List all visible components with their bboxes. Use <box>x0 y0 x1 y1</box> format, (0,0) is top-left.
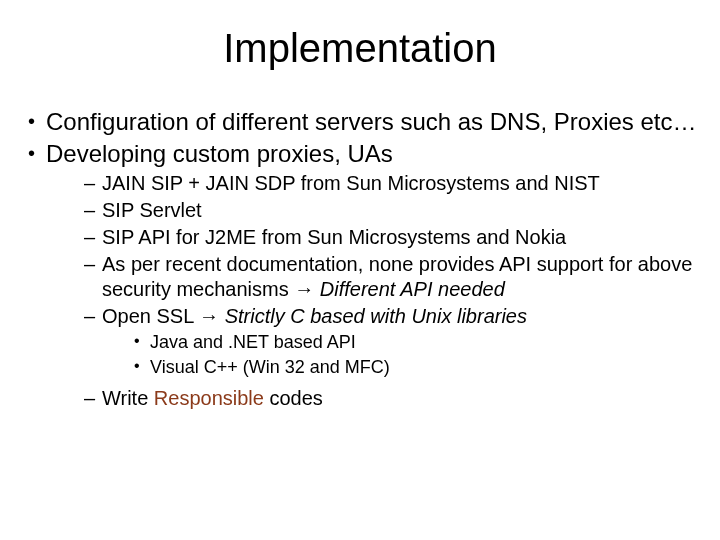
l2-item: SIP Servlet <box>84 198 700 223</box>
l2-item: Write Responsible codes <box>84 386 700 411</box>
arrow-icon: → <box>199 305 219 327</box>
bullet-list-level3: Java and .NET based API Visual C++ (Win … <box>102 331 700 380</box>
l2-text: SIP API for J2ME from Sun Microsystems a… <box>102 226 566 248</box>
l3-text: Visual C++ (Win 32 and MFC) <box>150 357 390 377</box>
l2-item: As per recent documentation, none provid… <box>84 252 700 302</box>
bullet-list-level2: JAIN SIP + JAIN SDP from Sun Microsystem… <box>46 171 700 411</box>
l2-item: SIP API for J2ME from Sun Microsystems a… <box>84 225 700 250</box>
l3-text: Java and .NET based API <box>150 332 356 352</box>
l1-item: Configuration of different servers such … <box>28 107 700 137</box>
l2-text-italic: Strictly C based with Unix libraries <box>219 305 527 327</box>
l1-text: Configuration of different servers such … <box>46 108 697 135</box>
l2-text: SIP Servlet <box>102 199 202 221</box>
l1-item: Developing custom proxies, UAs JAIN SIP … <box>28 139 700 411</box>
slide: Implementation Configuration of differen… <box>0 0 720 540</box>
l3-item: Java and .NET based API <box>134 331 700 354</box>
slide-title: Implementation <box>20 26 700 71</box>
l2-item: JAIN SIP + JAIN SDP from Sun Microsystem… <box>84 171 700 196</box>
l2-text: Write <box>102 387 154 409</box>
l1-text: Developing custom proxies, UAs <box>46 140 393 167</box>
arrow-icon: → <box>294 278 314 300</box>
l2-text: codes <box>264 387 323 409</box>
l2-text-emphasis: Responsible <box>154 387 264 409</box>
l2-text: Open SSL <box>102 305 199 327</box>
l2-text-italic: Different API needed <box>314 278 505 300</box>
l3-item: Visual C++ (Win 32 and MFC) <box>134 356 700 379</box>
l2-item: Open SSL → Strictly C based with Unix li… <box>84 304 700 380</box>
l2-text: JAIN SIP + JAIN SDP from Sun Microsystem… <box>102 172 600 194</box>
bullet-list-level1: Configuration of different servers such … <box>20 107 700 411</box>
